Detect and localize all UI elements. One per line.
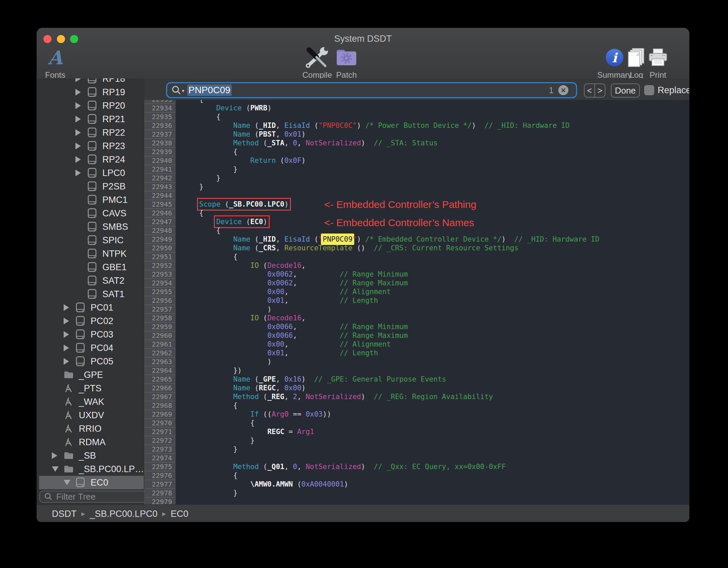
sidebar-item-pc02[interactable]: PC02 bbox=[37, 314, 144, 328]
replace-checkbox[interactable] bbox=[644, 85, 654, 95]
previous-match-button[interactable]: < bbox=[585, 84, 595, 97]
sidebar-item-pc01[interactable]: PC01 bbox=[37, 301, 144, 314]
code-line[interactable]: 22938 Method (_STA, 0, NotSerialized) //… bbox=[144, 139, 690, 147]
sidebar-item-sat2[interactable]: SAT2 bbox=[37, 274, 144, 287]
sidebar-item-rp23[interactable]: RP23 bbox=[37, 139, 144, 153]
disclosure-right-icon[interactable] bbox=[64, 331, 75, 338]
done-button[interactable]: Done bbox=[611, 83, 640, 98]
sidebar-item-lpc0[interactable]: LPC0 bbox=[37, 166, 144, 180]
sidebar-item-wak[interactable]: _WAK bbox=[37, 395, 144, 409]
sidebar-item-pts[interactable]: _PTS bbox=[37, 382, 144, 395]
code-line[interactable]: 22941 } bbox=[144, 165, 690, 174]
clear-search-button[interactable]: ✕ bbox=[558, 85, 568, 95]
disclosure-right-icon[interactable] bbox=[64, 358, 75, 365]
code-line[interactable]: 22956 0x01, // Length bbox=[144, 296, 690, 305]
sidebar-item-rp24[interactable]: RP24 bbox=[37, 153, 144, 166]
sidebar-item-cavs[interactable]: CAVS bbox=[37, 207, 144, 220]
sidebar-item-rp20[interactable]: RP20 bbox=[37, 99, 144, 112]
code-line[interactable]: 22935 { bbox=[144, 112, 690, 121]
filter-tree-input[interactable]: Filter Tree bbox=[39, 491, 154, 503]
print-button[interactable]: Print bbox=[647, 47, 669, 80]
code-line[interactable]: 22951 { bbox=[144, 252, 690, 261]
breadcrumb-scope[interactable]: _SB.PC00.LPC0 bbox=[90, 509, 158, 519]
sidebar-item-ec0[interactable]: EC0 bbox=[37, 476, 144, 489]
code-line[interactable]: 22933 { bbox=[144, 100, 690, 104]
disclosure-right-icon[interactable] bbox=[52, 452, 63, 459]
code-line[interactable]: 22939 { bbox=[144, 147, 690, 156]
patch-button[interactable]: Patch bbox=[332, 47, 361, 80]
sidebar-item-pc04[interactable]: PC04 bbox=[37, 341, 144, 355]
sidebar-item-sbpc00lp[interactable]: _SB.PC00.LP… bbox=[37, 462, 144, 476]
code-line[interactable]: 22949 Name (_HID, EisaId ("PNP0C09") /* … bbox=[144, 235, 690, 244]
code-line[interactable]: 22976 { bbox=[144, 471, 690, 480]
disclosure-right-icon[interactable] bbox=[64, 304, 75, 311]
code-line[interactable]: 22937 Name (PBST, 0x01) bbox=[144, 130, 690, 139]
code-line[interactable]: 22978 } bbox=[144, 489, 690, 497]
sidebar-item-uxdv[interactable]: UXDV bbox=[37, 409, 144, 422]
code-line[interactable]: 22970 { bbox=[144, 419, 690, 427]
sidebar-item-pc03[interactable]: PC03 bbox=[37, 328, 144, 341]
breadcrumb-dsdt[interactable]: DSDT bbox=[52, 509, 77, 519]
sidebar-item-gbe1[interactable]: GBE1 bbox=[37, 260, 144, 274]
code-line[interactable]: 22979 bbox=[144, 497, 690, 504]
disclosure-right-icon[interactable] bbox=[64, 345, 75, 351]
find-input[interactable]: ▾ PNP0C09 1 ✕ bbox=[166, 82, 577, 98]
breadcrumb-device[interactable]: EC0 bbox=[171, 509, 189, 519]
sidebar-item-rrio[interactable]: RRIO bbox=[37, 422, 144, 435]
code-line[interactable]: 22963 ) bbox=[144, 357, 690, 366]
code-line[interactable]: 22953 0x0062, // Range Minimum bbox=[144, 270, 690, 279]
code-line[interactable]: 22958 IO (Decode16, bbox=[144, 314, 690, 322]
code-line[interactable]: 22972 } bbox=[144, 436, 690, 445]
code-line[interactable]: 22960 0x0066, // Range Maximum bbox=[144, 331, 690, 340]
code-line[interactable]: 22966 Name (REGC, 0x00) bbox=[144, 384, 690, 392]
disclosure-right-icon[interactable] bbox=[75, 170, 87, 176]
find-query-text[interactable]: PNP0C09 bbox=[187, 84, 232, 96]
log-button[interactable]: Log bbox=[627, 47, 646, 80]
code-line[interactable]: 22934 Device (PWRB) bbox=[144, 104, 690, 112]
disclosure-right-icon[interactable] bbox=[75, 129, 87, 136]
code-line[interactable]: 22962 0x01, // Length bbox=[144, 349, 690, 357]
code-line[interactable]: 22959 0x0066, // Range Minimum bbox=[144, 322, 690, 331]
code-line[interactable]: 22943 } bbox=[144, 182, 690, 191]
code-line[interactable]: 22957 ) bbox=[144, 305, 690, 314]
chevron-down-icon[interactable]: ▾ bbox=[182, 88, 185, 94]
sidebar-item-sat1[interactable]: SAT1 bbox=[37, 287, 144, 301]
fonts-button[interactable]: A Fonts bbox=[40, 47, 70, 80]
compile-button[interactable]: Compile bbox=[300, 47, 334, 80]
disclosure-right-icon[interactable] bbox=[75, 89, 87, 96]
sidebar-item-rp22[interactable]: RP22 bbox=[37, 126, 144, 139]
code-line[interactable]: 22954 0x0062, // Range Maximum bbox=[144, 279, 690, 287]
sidebar-item-spic[interactable]: SPIC bbox=[37, 234, 144, 247]
code-line[interactable]: 22964 }) bbox=[144, 366, 690, 375]
sidebar-item-pmc1[interactable]: PMC1 bbox=[37, 193, 144, 207]
code-line[interactable]: 22940 Return (0x0F) bbox=[144, 156, 690, 165]
sidebar-item-ntpk[interactable]: NTPK bbox=[37, 247, 144, 260]
code-line[interactable]: 22952 IO (Decode16, bbox=[144, 261, 690, 270]
disclosure-right-icon[interactable] bbox=[75, 156, 87, 163]
code-line[interactable]: 22975 Method (_Q01, 0, NotSerialized) //… bbox=[144, 462, 690, 471]
sidebar-item-gpe[interactable]: _GPE bbox=[37, 368, 144, 382]
sidebar-item-p2sb[interactable]: P2SB bbox=[37, 180, 144, 193]
disclosure-right-icon[interactable] bbox=[75, 78, 87, 82]
sidebar-item-pc05[interactable]: PC05 bbox=[37, 355, 144, 368]
code-line[interactable]: 22961 0x00, // Alignment bbox=[144, 340, 690, 349]
code-line[interactable]: 22973 } bbox=[144, 445, 690, 454]
code-line[interactable]: 22950 Name (_CRS, ResourceTemplate () //… bbox=[144, 244, 690, 252]
disclosure-right-icon[interactable] bbox=[75, 143, 87, 149]
code-line[interactable]: 22968 { bbox=[144, 401, 690, 410]
code-line[interactable]: 22974 bbox=[144, 454, 690, 462]
next-match-button[interactable]: > bbox=[595, 84, 605, 97]
code-line[interactable]: 22967 Method (_REG, 2, NotSerialized) //… bbox=[144, 392, 690, 401]
code-line[interactable]: 22971 REGC = Arg1 bbox=[144, 427, 690, 436]
disclosure-down-icon[interactable] bbox=[52, 466, 63, 472]
code-line[interactable]: 22942 } bbox=[144, 174, 690, 182]
disclosure-right-icon[interactable] bbox=[75, 116, 87, 122]
code-line[interactable]: 22969 If ((Arg0 == 0x03)) bbox=[144, 410, 690, 419]
sidebar-item-rp21[interactable]: RP21 bbox=[37, 112, 144, 126]
sidebar-item-rp19[interactable]: RP19 bbox=[37, 85, 144, 99]
code-line[interactable]: 22965 Name (_GPE, 0x16) // _GPE: General… bbox=[144, 375, 690, 384]
disclosure-right-icon[interactable] bbox=[75, 102, 87, 109]
code-line[interactable]: 22955 0x00, // Alignment bbox=[144, 287, 690, 296]
sidebar-item-rp18[interactable]: RP18 bbox=[37, 78, 144, 85]
code-line[interactable]: 22977 \AMW0.AMWN (0xA0040001) bbox=[144, 480, 690, 489]
